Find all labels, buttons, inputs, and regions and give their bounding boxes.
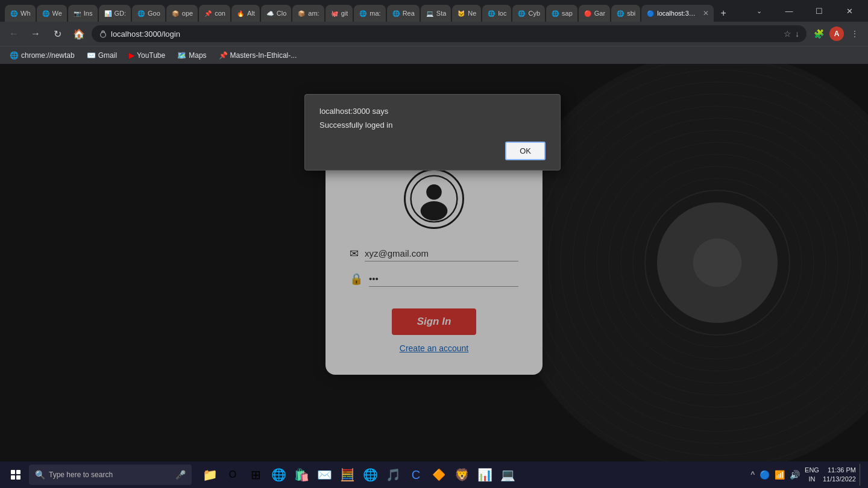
tab-git[interactable]: 🐙git	[326, 5, 353, 22]
svg-point-0	[101, 32, 106, 37]
tab-loc[interactable]: 🌐loc	[482, 5, 511, 22]
system-tray: ^ 🔵 📶 🔊	[750, 469, 802, 481]
tab-con[interactable]: 📌con	[199, 5, 230, 22]
tab-favicon-rea: 🌐	[392, 9, 400, 17]
language-indicator: ENG IN	[805, 466, 819, 484]
tab-gd[interactable]: 📊GD:	[99, 5, 131, 22]
tab-goo[interactable]: 🌐Goo	[132, 5, 165, 22]
active-tab-label: localhost:3000/login	[657, 10, 698, 17]
start-button[interactable]	[5, 464, 27, 486]
tab-list-button[interactable]: ⌄	[745, 1, 773, 20]
tab-favicon-goo: 🌐	[137, 9, 145, 17]
taskbar-app-vlc[interactable]: 🔶	[428, 464, 450, 486]
bookmark-masters[interactable]: 📌 Masters-In-Ethical-...	[214, 49, 302, 62]
tab-favicon-gar: 🔴	[583, 9, 592, 17]
tab-favicon-clo: ☁️	[266, 9, 274, 17]
menu-button[interactable]: ⋮	[846, 25, 863, 42]
bookmark-youtube[interactable]: ▶ YouTube	[124, 49, 170, 62]
taskbar-app-calculator[interactable]: 🧮	[336, 464, 358, 486]
youtube-favicon: ▶	[129, 51, 134, 60]
taskbar-app-taskview[interactable]: ⊞	[245, 464, 266, 486]
lock-icon	[99, 30, 107, 38]
tray-chevron[interactable]: ^	[750, 469, 756, 481]
taskbar-app-brave[interactable]: 🦁	[451, 464, 473, 486]
window-controls: ⌄ — ☐ ✕	[745, 1, 863, 20]
tab-wh[interactable]: 🌐Wh	[5, 5, 36, 22]
back-button[interactable]: ←	[5, 25, 23, 43]
dialog-overlay: localhost:3000 says Successfully loged i…	[0, 64, 868, 461]
taskbar-app-excel[interactable]: 📊	[474, 464, 495, 486]
masters-label: Masters-In-Ethical-...	[230, 51, 297, 60]
show-desktop-button[interactable]	[860, 464, 863, 486]
address-icons: ☆ ↓	[784, 29, 799, 39]
tab-active[interactable]: 🔵 localhost:3000/login ✕	[641, 5, 714, 22]
download-icon[interactable]: ↓	[795, 29, 799, 39]
gmail-favicon: ✉️	[87, 51, 96, 60]
tab-clo[interactable]: ☁️Clo	[261, 5, 292, 22]
newtab-favicon: 🌐	[10, 51, 19, 60]
system-clock[interactable]: 11:36 PM 11/13/2022	[823, 466, 856, 484]
tab-ma[interactable]: 🌐ma:	[354, 5, 385, 22]
taskbar-app-chrome2[interactable]: C	[405, 464, 427, 486]
tab-favicon-ne: 🐱	[457, 9, 465, 17]
taskbar-app-explorer[interactable]: 📁	[199, 464, 221, 486]
tab-rea[interactable]: 🌐Rea	[387, 5, 420, 22]
profile-avatar-red[interactable]: A	[829, 27, 844, 41]
tab-favicon-con: 📌	[204, 9, 212, 17]
address-bar[interactable]: localhost:3000/login ☆ ↓	[92, 25, 807, 42]
maps-label: Maps	[189, 51, 206, 60]
taskbar-app-vscode[interactable]: 💻	[497, 464, 518, 486]
youtube-label: YouTube	[137, 51, 165, 60]
tab-we[interactable]: 🌐We	[37, 5, 67, 22]
taskbar-app-edge[interactable]: 🌐	[268, 464, 289, 486]
forward-button[interactable]: →	[27, 25, 45, 43]
tab-favicon-sbi: 🌐	[616, 9, 624, 17]
tab-close-icon[interactable]: ✕	[703, 9, 709, 17]
tab-am[interactable]: 📦am:	[292, 5, 324, 22]
tray-volume[interactable]: 🔊	[788, 469, 801, 481]
tab-ins[interactable]: 📷Ins	[68, 5, 98, 22]
taskbar-app-mail[interactable]: ✉️	[313, 464, 335, 486]
minimize-button[interactable]: —	[775, 1, 803, 20]
maps-favicon: 🗺️	[177, 51, 186, 60]
taskbar-app-cortana[interactable]: O	[222, 464, 244, 486]
tab-strip: 🌐Wh 🌐We 📷Ins 📊GD: 🌐Goo 📦ope 📌con 🔥Alt ☁️…	[5, 0, 738, 22]
tab-favicon-ope: 📦	[171, 9, 180, 17]
tab-sbi[interactable]: 🌐sbi	[611, 5, 640, 22]
language-code: ENG	[805, 466, 819, 475]
gmail-label: Gmail	[98, 51, 117, 60]
extensions-button[interactable]: 🧩	[810, 25, 827, 42]
maximize-button[interactable]: ☐	[805, 1, 833, 20]
tab-alt[interactable]: 🔥Alt	[231, 5, 260, 22]
nav-right-controls: 🧩 A ⋮	[810, 25, 863, 42]
navigation-bar: ← → ↻ 🏠 localhost:3000/login ☆ ↓ 🧩 A ⋮	[0, 22, 868, 46]
taskbar-search-bar[interactable]: 🔍 Type here to search 🎤	[29, 465, 192, 485]
language-region: IN	[805, 475, 819, 484]
reload-button[interactable]: ↻	[48, 25, 66, 43]
dialog-ok-button[interactable]: OK	[505, 142, 546, 160]
tab-cyb[interactable]: 🌐Cyb	[512, 5, 545, 22]
tab-favicon-we: 🌐	[42, 9, 50, 17]
tab-ope[interactable]: 📦ope	[166, 5, 198, 22]
bookmark-maps[interactable]: 🗺️ Maps	[172, 49, 211, 62]
close-button[interactable]: ✕	[835, 1, 863, 20]
tab-sap[interactable]: 🌐sap	[546, 5, 577, 22]
tab-ne[interactable]: 🐱Ne	[452, 5, 481, 22]
tray-network[interactable]: 📶	[773, 469, 786, 481]
new-tab-button[interactable]: +	[715, 5, 732, 22]
tab-favicon-cyb: 🌐	[517, 9, 526, 17]
bookmark-newtab[interactable]: 🌐 chrome://newtab	[5, 49, 80, 62]
home-button[interactable]: 🏠	[70, 25, 88, 43]
tab-favicon-sta: 💻	[426, 9, 434, 17]
bookmark-star-icon[interactable]: ☆	[784, 29, 791, 39]
tray-bluetooth[interactable]: 🔵	[758, 469, 771, 481]
tab-favicon-sap: 🌐	[551, 9, 559, 17]
bookmark-gmail[interactable]: ✉️ Gmail	[82, 49, 122, 62]
taskbar-app-media[interactable]: 🎵	[382, 464, 404, 486]
taskbar-app-chrome[interactable]: 🌐	[359, 464, 381, 486]
tab-gar[interactable]: 🔴Gar	[579, 5, 610, 22]
tab-favicon-wh: 🌐	[10, 9, 18, 17]
taskbar-app-store[interactable]: 🛍️	[291, 464, 312, 486]
tab-sta[interactable]: 💻Sta	[421, 5, 451, 22]
tab-favicon-alt: 🔥	[236, 9, 245, 17]
